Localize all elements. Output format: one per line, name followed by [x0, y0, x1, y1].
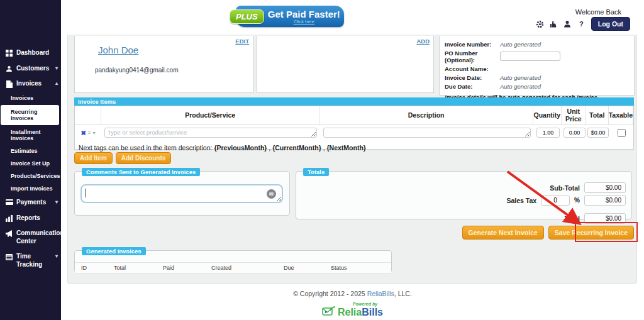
generate-next-invoice-button[interactable]: Generate Next Invoice — [462, 226, 544, 240]
col-total: Total — [586, 106, 609, 124]
col-taxable: Taxable — [609, 106, 633, 124]
tag-previous-month: {PreviousMonth} — [214, 144, 267, 152]
totals-section: Totals Sub-Total $0.00 Sales Tax % $0.00… — [296, 165, 632, 219]
col-gen-total: Total — [108, 265, 157, 271]
sidebar-subitem-import-invoices[interactable]: Import Invoices — [0, 182, 61, 195]
invoice-items-table: Product/Service Description Quantity Uni… — [74, 106, 634, 150]
po-number-label: PO Number (Optional): — [445, 50, 500, 63]
chevron-down-icon: ▾ — [55, 253, 58, 260]
generated-invoices-header-row: ID Total Paid Created Due Status — [75, 262, 391, 273]
emoji-icon[interactable] — [267, 189, 276, 199]
add-item-button[interactable]: Add Item — [74, 152, 113, 164]
user-icon[interactable] — [564, 20, 572, 28]
comments-input[interactable] — [80, 184, 283, 203]
subtotal-value: $0.00 — [584, 182, 626, 193]
chevron-up-icon: ▴ — [55, 80, 58, 87]
reorder-icon[interactable]: ≡ — [88, 130, 91, 136]
percent-sign: % — [574, 197, 580, 204]
main-content: EDIT John Doe pandakyung0414@gmail.com A… — [61, 35, 644, 320]
col-created: Created — [205, 265, 277, 271]
sales-tax-rate-input[interactable] — [541, 196, 570, 206]
plus-badge: PLUS — [230, 9, 264, 24]
add-recipient-link[interactable]: ADD — [416, 38, 430, 45]
banner-title: Get Paid Faster! — [264, 9, 344, 19]
thumbs-up-icon[interactable] — [550, 20, 558, 28]
product-service-input[interactable] — [104, 128, 317, 138]
tag-next-month: {NextMonth} — [327, 144, 366, 152]
comments-section: Comments Sent to Generated Invoices — [74, 165, 290, 216]
invoice-items-header: Invoice Items — [74, 97, 634, 106]
copyright-text: © Copyright 2012 - 2025 ReliaBills, LLC. — [61, 290, 644, 297]
sidebar-item-invoices[interactable]: Invoices ▴ — [0, 76, 61, 92]
invoice-date-label: Invoice Date: — [445, 74, 500, 81]
sales-tax-label: Sales Tax — [506, 197, 536, 204]
po-number-input[interactable] — [500, 52, 560, 61]
total-label: Total — [565, 215, 580, 223]
sidebar-item-dashboard[interactable]: Dashboard — [0, 45, 61, 61]
sidebar-item-payments[interactable]: Payments ▾ — [0, 195, 61, 211]
sidebar-subitem-recurring-invoices[interactable]: Recurring Invoices — [1, 105, 59, 125]
sidebar-subitem-invoices[interactable]: Invoices — [0, 92, 61, 104]
dropdown-icon[interactable]: ▾ — [93, 130, 96, 136]
top-bar: PLUS Get Paid Faster! Click here Welcome… — [61, 0, 644, 35]
unit-price-input[interactable] — [564, 128, 586, 138]
col-description: Description — [319, 106, 533, 124]
add-discounts-button[interactable]: Add Discounts — [116, 152, 172, 164]
generated-invoices-legend: Generated Invoices — [82, 247, 146, 255]
sidebar: Dashboard Customers ▾ Invoices ▴ Invoice… — [0, 0, 61, 320]
col-quantity: Quantity — [533, 106, 562, 124]
reliabills-link[interactable]: ReliaBills — [367, 290, 394, 297]
generated-invoices-section: Generated Invoices ID Total Paid Created… — [74, 245, 392, 273]
col-id: ID — [75, 265, 108, 271]
reliabills-logo-icon — [322, 306, 336, 319]
banner-click-here-link[interactable]: Click here — [264, 19, 344, 25]
sidebar-subitem-products-services[interactable]: Products/Services — [0, 170, 61, 182]
get-paid-faster-banner[interactable]: PLUS Get Paid Faster! Click here — [236, 6, 344, 27]
customer-panel: EDIT John Doe pandakyung0414@gmail.com — [74, 36, 253, 93]
recipients-panel: ADD — [257, 36, 434, 93]
description-input[interactable] — [323, 128, 531, 138]
col-status: Status — [325, 265, 391, 271]
taxable-checkbox[interactable] — [618, 129, 626, 137]
totals-legend: Totals — [303, 168, 329, 176]
sidebar-subitem-installment-invoices[interactable]: Installment Invoices — [0, 126, 61, 145]
save-recurring-invoice-button[interactable]: Save Recurring Invoice — [548, 226, 634, 240]
welcome-back-text: Welcome Back — [575, 8, 621, 16]
col-due: Due — [277, 265, 325, 271]
chevron-down-icon: ▾ — [55, 65, 58, 72]
invoice-items-header-row: Product/Service Description Quantity Uni… — [75, 106, 633, 125]
gear-icon[interactable] — [536, 20, 544, 28]
megaphone-icon — [5, 229, 13, 237]
col-unit-price: Unit Price — [562, 106, 586, 124]
sidebar-item-reports[interactable]: Reports — [0, 211, 61, 226]
dashboard-icon — [5, 49, 13, 57]
sidebar-item-customers[interactable]: Customers ▾ — [0, 61, 61, 77]
help-icon[interactable]: ? — [577, 20, 586, 28]
reliabills-logo[interactable]: ReliaBills — [61, 306, 644, 319]
sidebar-subitem-estimates[interactable]: Estimates — [0, 145, 61, 157]
account-name-label: Account Name: — [445, 65, 500, 72]
due-date-value: Auto generated — [500, 83, 541, 90]
logout-button[interactable]: Log Out — [591, 17, 630, 31]
col-product-service: Product/Service — [101, 106, 319, 124]
footer: © Copyright 2012 - 2025 ReliaBills, LLC.… — [61, 290, 644, 319]
comments-legend: Comments Sent to Generated Invoices — [82, 168, 200, 176]
sidebar-item-communication-center[interactable]: Communication Center ▾ — [0, 226, 61, 249]
sidebar-item-time-tracking[interactable]: Time Tracking ▾ — [0, 249, 61, 272]
delete-item-icon[interactable]: ✖ — [80, 130, 86, 136]
invoice-number-label: Invoice Number: — [445, 41, 500, 48]
payments-icon — [5, 199, 13, 205]
tag-current-month: {CurrentMonth} — [272, 144, 321, 152]
due-date-label: Due Date: — [445, 83, 500, 90]
customer-name-link[interactable]: John Doe — [98, 45, 138, 55]
subtotal-label: Sub-Total — [550, 184, 580, 192]
quantity-input[interactable] — [536, 128, 560, 138]
description-tags-note: Next tags can be used in the item descri… — [75, 140, 633, 152]
text-caret — [86, 189, 86, 197]
customer-email: pandakyung0414@gmail.com — [95, 67, 178, 74]
sidebar-subitem-invoice-set-up[interactable]: Invoice Set Up — [0, 157, 61, 170]
item-total-value: $0.00 — [587, 128, 609, 138]
invoice-details-panel: Invoice Number: Auto generated PO Number… — [439, 36, 635, 96]
customers-icon — [5, 65, 13, 72]
edit-customer-link[interactable]: EDIT — [235, 38, 249, 45]
